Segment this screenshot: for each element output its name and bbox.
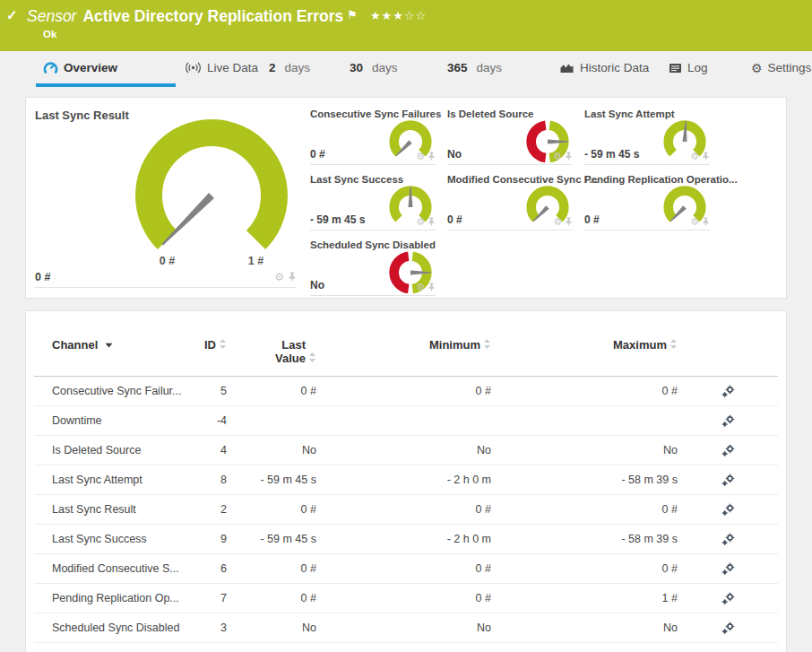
- tab-settings[interactable]: ⚙ Settings: [751, 52, 808, 87]
- gauge-settings-gear-icon[interactable]: ⚙: [416, 217, 425, 227]
- gauges-card: Last Sync Result 0 # 1 # 0 # ⚙ Consecuti…: [25, 97, 787, 299]
- tab-historic-data[interactable]: Historic Data: [559, 52, 656, 87]
- pin-icon[interactable]: [428, 217, 436, 227]
- channel-value: 0 #: [584, 213, 600, 226]
- column-header-channel[interactable]: Channel: [34, 338, 186, 377]
- pin-icon[interactable]: [565, 217, 573, 227]
- stars-empty[interactable]: ☆☆: [404, 9, 427, 22]
- channel-settings-gears-icon[interactable]: [721, 385, 736, 398]
- pin-icon[interactable]: [702, 217, 710, 227]
- channel-value: - 59 m 45 s: [584, 148, 639, 161]
- channels-table-card: Channel ID Last Value Minimum Maximum: [25, 310, 787, 652]
- column-header-id[interactable]: ID: [186, 338, 227, 377]
- primary-gauge: 0 # 1 #: [135, 117, 288, 270]
- tab-live-data[interactable]: Live Data: [185, 52, 269, 87]
- gauge-settings-gear-icon[interactable]: ⚙: [274, 272, 284, 283]
- channel-settings-gears-icon[interactable]: [721, 592, 736, 605]
- column-header-last-value[interactable]: Last Value: [227, 338, 316, 377]
- tab-live-data-label: Live Data: [207, 61, 258, 74]
- channel-value: 0 #: [447, 213, 462, 226]
- tab-log-label: Log: [687, 61, 708, 74]
- channel-settings-gears-icon[interactable]: [721, 414, 736, 428]
- pin-icon[interactable]: [565, 152, 573, 161]
- table-row[interactable]: Downtime-4: [34, 406, 778, 436]
- channel-settings-gears-icon[interactable]: [721, 474, 736, 487]
- channel-settings-gears-icon[interactable]: [721, 533, 736, 546]
- table-row[interactable]: Is Deleted Source4NoNoNo: [34, 436, 778, 465]
- gauge-settings-gear-icon[interactable]: ⚙: [690, 217, 699, 227]
- tab-overview[interactable]: Overview: [36, 52, 176, 87]
- channels-table: Channel ID Last Value Minimum Maximum: [34, 338, 778, 643]
- tab-log[interactable]: Log: [669, 52, 710, 87]
- table-row[interactable]: Pending Replication Op...70 #0 #1 #: [34, 584, 778, 613]
- gauge-arc: [149, 133, 274, 239]
- table-row[interactable]: Consecutive Sync Failur...50 #0 #0 #: [34, 377, 778, 406]
- flag-icon[interactable]: ⚑: [347, 8, 358, 22]
- channel-panel-is-deleted-source[interactable]: Is Deleted Source No ⚙: [447, 109, 573, 165]
- priority-stars[interactable]: ★★★☆☆: [370, 9, 427, 22]
- tab-bar: Overview Live Data 2 days 30 days 365 da…: [0, 52, 812, 87]
- table-row[interactable]: Scheduled Sync Disabled3NoNoNo: [34, 613, 778, 643]
- tab-2-days[interactable]: 2 days: [269, 52, 314, 87]
- channel-value: No: [447, 148, 462, 161]
- column-header-minimum[interactable]: Minimum: [316, 338, 491, 377]
- channel-value: - 59 m 45 s: [310, 213, 365, 226]
- channel-value: No: [310, 279, 324, 291]
- gauge-settings-gear-icon[interactable]: ⚙: [553, 217, 562, 227]
- gauge-settings-gear-icon[interactable]: ⚙: [553, 152, 562, 161]
- channel-settings-gears-icon[interactable]: [721, 444, 736, 457]
- tab-30-days-number: 30: [350, 61, 363, 74]
- tab-365-days-unit: days: [477, 61, 503, 74]
- gauge-settings-gear-icon[interactable]: ⚙: [690, 152, 699, 161]
- tab-2-days-number: 2: [269, 61, 276, 74]
- table-row[interactable]: Modified Consecutive S...60 #0 #0 #: [34, 554, 778, 584]
- pin-icon[interactable]: [702, 152, 710, 161]
- channel-panel-modified-consecutive-sync-failures[interactable]: Modified Consecutive Sync F... 0 # ⚙: [447, 174, 573, 230]
- table-row[interactable]: Last Sync Result20 #0 #0 #: [34, 495, 778, 525]
- channel-panel-pending-replication-operations[interactable]: Pending Replication Operatio... 0 # ⚙: [584, 174, 710, 230]
- live-data-broadcast-icon: [185, 62, 202, 74]
- stars-filled[interactable]: ★★★: [370, 9, 404, 22]
- pin-icon[interactable]: [428, 283, 436, 292]
- column-header-actions: [678, 338, 778, 377]
- pin-icon[interactable]: [428, 152, 436, 161]
- historic-data-chart-icon: [559, 62, 574, 74]
- status-badge: Ok: [43, 29, 803, 39]
- column-header-maximum[interactable]: Maximum: [491, 338, 678, 377]
- table-row[interactable]: Last Sync Attempt8- 59 m 45 s- 2 h 0 m- …: [34, 465, 778, 495]
- tab-historic-data-label: Historic Data: [580, 61, 649, 74]
- channel-panel-scheduled-sync-disabled[interactable]: Scheduled Sync Disabled No ⚙: [310, 239, 436, 296]
- page-title: Active Directory Replication Errors: [82, 7, 343, 25]
- channel-settings-gears-icon[interactable]: [721, 562, 736, 576]
- tab-30-days[interactable]: 30 days: [350, 52, 403, 87]
- log-list-icon: [669, 63, 682, 74]
- primary-channel-value: 0 #: [35, 271, 50, 283]
- sort-icon: [669, 338, 678, 350]
- settings-gear-icon: ⚙: [751, 62, 763, 74]
- primary-channel-panel[interactable]: Last Sync Result 0 # 1 # 0 # ⚙: [35, 109, 297, 288]
- channel-settings-gears-icon[interactable]: [721, 622, 736, 635]
- sensor-header: ✓ SensorActive Directory Replication Err…: [0, 0, 812, 51]
- pin-icon[interactable]: [288, 272, 297, 283]
- status-ok-checkmark-icon: ✓: [6, 7, 18, 23]
- tab-365-days[interactable]: 365 days: [447, 52, 503, 87]
- mini-gauge-grid: Consecutive Sync Failures 0 # ⚙ Is Delet…: [310, 109, 710, 298]
- channel-panel-last-sync-success[interactable]: Last Sync Success - 59 m 45 s ⚙: [310, 174, 436, 230]
- channel-settings-gears-icon[interactable]: [721, 503, 736, 517]
- sort-icon: [483, 338, 491, 350]
- gauge-scale-min: 0 #: [160, 255, 175, 267]
- channel-panel-last-sync-attempt[interactable]: Last Sync Attempt - 59 m 45 s ⚙: [584, 109, 710, 165]
- tab-overview-label: Overview: [64, 61, 117, 74]
- tab-365-days-number: 365: [447, 61, 468, 74]
- tab-2-days-unit: days: [285, 61, 311, 74]
- gauge-settings-gear-icon[interactable]: ⚙: [416, 283, 425, 292]
- gauge-settings-gear-icon[interactable]: ⚙: [416, 152, 425, 161]
- channel-panel-consecutive-sync-failures[interactable]: Consecutive Sync Failures 0 # ⚙: [310, 109, 436, 165]
- overview-gauge-icon: [43, 61, 58, 74]
- tab-settings-label: Settings: [768, 61, 812, 74]
- table-header-row: Channel ID Last Value Minimum Maximum: [34, 338, 778, 377]
- sort-icon: [308, 352, 316, 363]
- tab-30-days-unit: days: [372, 61, 398, 74]
- table-row[interactable]: Last Sync Success9- 59 m 45 s- 2 h 0 m- …: [34, 525, 778, 554]
- gauge-scale-max: 1 #: [248, 255, 263, 267]
